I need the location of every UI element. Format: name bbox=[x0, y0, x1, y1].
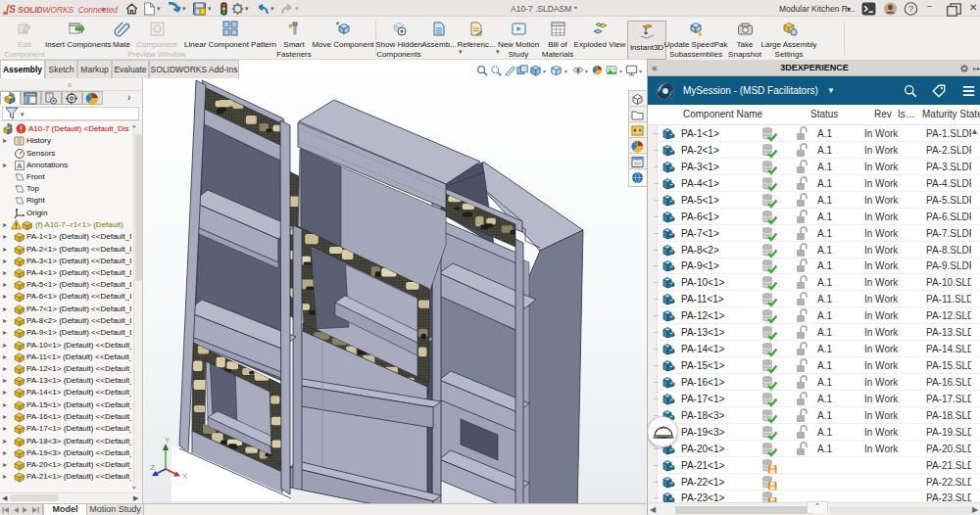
svg-text:?: ? bbox=[908, 4, 913, 14]
svg-text:Z: Z bbox=[150, 463, 155, 472]
svg-text:Y: Y bbox=[165, 436, 171, 445]
svg-text:A: A bbox=[17, 162, 23, 170]
svg-text:X: X bbox=[182, 472, 188, 479]
